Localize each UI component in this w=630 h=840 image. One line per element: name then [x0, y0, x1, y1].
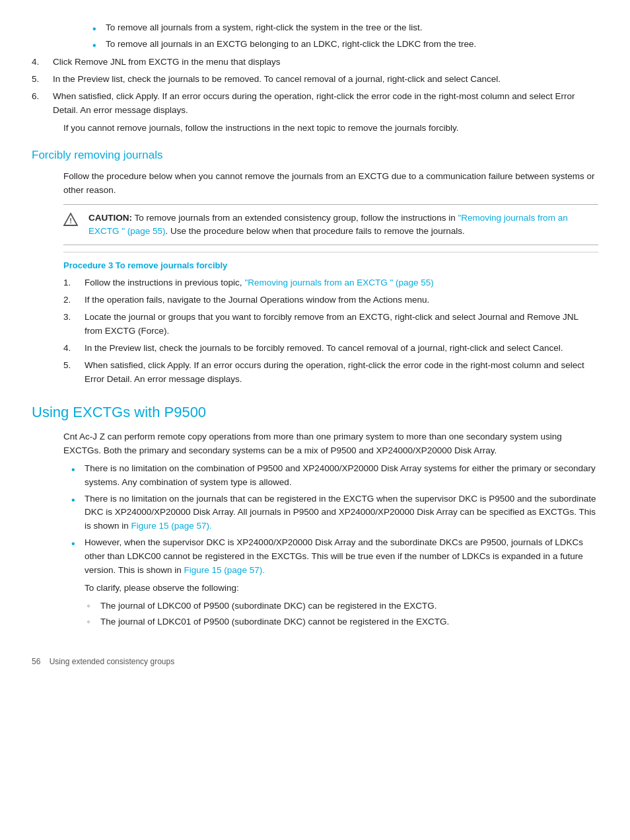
sub-bullet-1: The journal of LDKC00 of P9500 (subordin…: [85, 599, 598, 613]
footer-text: Using extended consistency groups: [50, 657, 174, 666]
section2-bullet-list: There is no limitation on the combinatio…: [63, 462, 598, 629]
step-6-text: When satisfied, click Apply. If an error…: [53, 91, 575, 115]
sub-bullet-2-text: The journal of LDKC01 of P9500 (subordin…: [100, 617, 449, 627]
caution-icon: !: [63, 212, 82, 231]
clarify-intro: To clarify, please observe the following…: [85, 582, 598, 595]
section-rule: [63, 252, 598, 252]
section2-heading: Using EXCTGs with P9500: [32, 401, 598, 424]
page-content: To remove all journals from a system, ri…: [32, 21, 598, 668]
intro-bullet-1: To remove all journals from a system, ri…: [85, 21, 598, 35]
intro-note-block: If you cannot remove journals, follow th…: [63, 122, 598, 135]
sub-bullet-1-text: The journal of LDKC00 of P9500 (subordin…: [100, 601, 437, 611]
proc-step-2: 2. If the operation fails, navigate to t…: [63, 293, 598, 307]
sub-bullet-list: The journal of LDKC00 of P9500 (subordin…: [85, 599, 598, 629]
caution-label: CAUTION:: [88, 213, 132, 223]
proc-step-5-num: 5.: [63, 359, 71, 373]
proc-step-1-text: Follow the instructions in previous topi…: [85, 278, 434, 287]
procedure-steps-list: 1. Follow the instructions in previous t…: [63, 276, 598, 386]
caution-text2: . Use the procedure below when that proc…: [166, 226, 465, 236]
intro-step-6: 6. When satisfied, click Apply. If an er…: [32, 90, 598, 118]
proc-step-2-num: 2.: [63, 293, 71, 307]
triangle-warning-icon: !: [63, 212, 78, 227]
section1-content: Follow the procedure below when you cann…: [63, 170, 598, 387]
intro-bullet-list: To remove all journals from a system, ri…: [85, 21, 598, 52]
proc-step-5: 5. When satisfied, click Apply. If an er…: [63, 359, 598, 387]
step-4-num: 4.: [32, 56, 39, 69]
section1-heading: Forcibly removing journals: [32, 147, 598, 164]
section2-intro: Cnt Ac-J Z can perform remote copy opera…: [63, 430, 598, 458]
proc-step-4-num: 4.: [63, 342, 71, 356]
intro-section: To remove all journals from a system, ri…: [85, 21, 598, 52]
caution-text-block: CAUTION: To remove journals from an exte…: [88, 211, 598, 239]
proc-step-4: 4. In the Preview list, check the journa…: [63, 342, 598, 356]
section2-bullet-2-link[interactable]: Figure 15 (page 57).: [131, 521, 212, 531]
intro-bullet-2: To remove all journals in an EXCTG belon…: [85, 38, 598, 52]
proc-step-3-text: Locate the journal or groups that you wa…: [85, 312, 578, 336]
caution-main-text: To remove journals from an extended cons…: [135, 213, 458, 223]
step-6-num: 6.: [32, 90, 39, 104]
intro-step-5: 5. In the Preview list, check the journa…: [32, 73, 598, 87]
proc-step-5-text: When satisfied, click Apply. If an error…: [85, 360, 584, 384]
section2-bullet-2: There is no limitation on the journals t…: [63, 492, 598, 534]
proc-step-3-num: 3.: [63, 311, 71, 325]
svg-text:!: !: [69, 217, 72, 225]
proc-step-4-text: In the Preview list, check the journals …: [85, 343, 563, 353]
intro-bullet-2-text: To remove all journals in an EXCTG belon…: [106, 39, 476, 49]
section1-intro: Follow the procedure below when you cann…: [63, 170, 598, 198]
sub-bullet-2: The journal of LDKC01 of P9500 (subordin…: [85, 615, 598, 629]
proc-step-1: 1. Follow the instructions in previous t…: [63, 276, 598, 290]
proc-step-2-text: If the operation fails, navigate to the …: [85, 295, 429, 305]
intro-steps-list: 4. Click Remove JNL from EXCTG in the me…: [32, 56, 598, 118]
page-number: 56: [32, 657, 40, 666]
proc-step-1-link[interactable]: "Removing journals from an EXCTG " (page…: [244, 278, 433, 287]
step-5-num: 5.: [32, 73, 39, 87]
step-4-text: Click Remove JNL from EXCTG in the menu …: [53, 57, 281, 67]
step-5-text: In the Preview list, check the journals …: [53, 74, 501, 84]
section2-bullet-1-text: There is no limitation on the combinatio…: [85, 463, 596, 487]
section2-bullet-3: However, when the supervisor DKC is XP24…: [63, 536, 598, 629]
section2-bullet-1: There is no limitation on the combinatio…: [63, 462, 598, 490]
caution-box: ! CAUTION: To remove journals from an ex…: [63, 204, 598, 246]
intro-note: If you cannot remove journals, follow th…: [63, 122, 598, 135]
intro-step-4: 4. Click Remove JNL from EXCTG in the me…: [32, 56, 598, 69]
page-footer: 56 Using extended consistency groups: [32, 656, 598, 668]
procedure-heading: Procedure 3 To remove journals forcibly: [63, 259, 598, 272]
proc-step-3: 3. Locate the journal or groups that you…: [63, 311, 598, 338]
section2-bullet-3-link[interactable]: Figure 15 (page 57).: [184, 565, 265, 575]
intro-bullet-1-text: To remove all journals from a system, ri…: [106, 22, 422, 32]
section2-content: Cnt Ac-J Z can perform remote copy opera…: [63, 430, 598, 629]
section2-bullet-3-text: However, when the supervisor DKC is XP24…: [85, 537, 583, 575]
proc-step-1-num: 1.: [63, 276, 71, 290]
